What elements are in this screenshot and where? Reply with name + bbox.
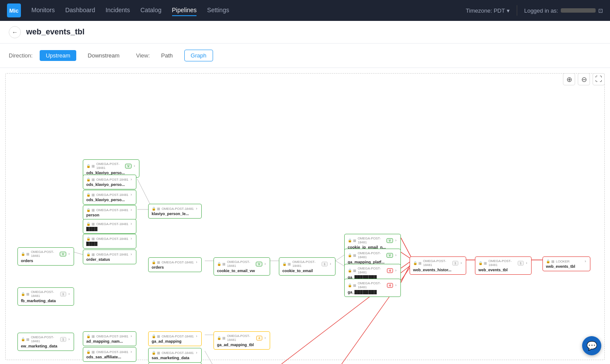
chevron-right-icon[interactable]: › (130, 350, 133, 354)
node-id: OMEGA-POST-18481 (96, 208, 129, 212)
user-icon[interactable]: ⊡ (598, 7, 603, 14)
upstream-button[interactable]: Upstream (40, 50, 76, 61)
chat-bubble[interactable]: 💬 (582, 336, 601, 355)
pipeline-node[interactable]: 🔒 ▦ OMEGA-POST-18481 › orders (148, 257, 202, 272)
lock-icon: 🔒 (21, 292, 25, 296)
pipeline-node[interactable]: 🔒 ▦ OMEGA-POST-18481 › sas_marketing_dat… (148, 348, 202, 363)
pipeline-node[interactable]: 🔒 ▦ LOOKER › web_events_tbl (542, 256, 590, 271)
node-name: ew_marketing_data (21, 344, 71, 348)
node-id: OMEGA-POST-18481 (227, 334, 255, 342)
node-name: ods_klaviyo_perso... (86, 182, 133, 187)
pipeline-node[interactable]: 🔒 ▦ OMEGA-POST-18481 › ods_klaviyo_perso… (83, 190, 136, 205)
chevron-right-icon[interactable]: › (394, 253, 397, 257)
app-logo[interactable]: Mic (7, 3, 21, 17)
pipeline-node[interactable]: 🔒 ▦ OMEGA-POST-18481 V › orders (17, 247, 74, 266)
table-icon: ▦ (288, 262, 291, 266)
pipeline-node[interactable]: 🔒 ▦ OMEGA-POST-18481 › sas_partner_fune.… (148, 362, 202, 364)
zoom-in-button[interactable]: ⊕ (563, 73, 575, 85)
chevron-right-icon[interactable]: › (130, 192, 133, 197)
lock-icon: 🔒 (282, 262, 287, 266)
pipeline-node[interactable]: 🔒 ▦ OMEGA-POST-18481 1 › ew_marketing_da… (17, 333, 74, 351)
pipeline-node[interactable]: 🔒 ▦ OMEGA-POST-18481 › klaviyo_person_le… (148, 204, 202, 219)
chevron-right-icon[interactable]: › (133, 164, 136, 168)
pipeline-node[interactable]: 🔒 ▦ OMEGA-POST-18481 › ods_sas_affiliate… (83, 347, 136, 362)
nav-catalog[interactable]: Catalog (140, 5, 161, 16)
pipeline-node[interactable]: 🔒 ▦ OMEGA-POST-18481 › ████ (83, 219, 136, 234)
chevron-right-icon[interactable]: › (68, 337, 71, 341)
downstream-button[interactable]: Downstream (81, 50, 125, 61)
chevron-right-icon[interactable]: › (68, 292, 71, 296)
node-badge: 1 (60, 292, 66, 297)
nav-pipelines[interactable]: Pipelines (172, 5, 197, 16)
chevron-right-icon[interactable]: › (130, 208, 133, 212)
node-id: OMEGA-POST-18481 (162, 334, 194, 338)
chevron-right-icon[interactable]: › (68, 252, 71, 256)
node-name: ████ (86, 242, 133, 246)
pipeline-node[interactable]: 🔒 ▦ OMEGA-POST-18481 V › cookie_to_email… (214, 257, 270, 276)
pipeline-node[interactable]: 🔒 ▦ OMEGA-POST-18481 › ga_ad_mapping (148, 331, 202, 346)
chevron-right-icon[interactable]: › (394, 238, 397, 243)
nav-dashboard[interactable]: Dashboard (65, 5, 95, 16)
pipeline-node[interactable]: 🔒 ▦ OMEGA-POST-18481 1 › cookie_to_email (279, 257, 336, 276)
node-id: OMEGA-POST-18481 (488, 259, 516, 267)
lock-icon: 🔒 (348, 253, 352, 257)
chevron-right-icon[interactable]: › (394, 268, 397, 273)
chevron-right-icon[interactable]: › (195, 260, 198, 264)
table-icon: ▦ (157, 334, 160, 338)
node-name: web_events_tbl (478, 268, 528, 272)
chevron-right-icon[interactable]: › (195, 206, 198, 211)
node-name: orders (152, 265, 198, 270)
lock-icon: 🔒 (86, 193, 91, 197)
pipeline-node[interactable]: 🔒 ▦ OMEGA-POST-18481 › order_status (83, 249, 136, 264)
chevron-right-icon[interactable]: › (130, 222, 133, 226)
back-button[interactable]: ← (9, 26, 21, 38)
chevron-right-icon[interactable]: › (264, 262, 267, 266)
chevron-right-icon[interactable]: › (264, 336, 267, 340)
node-id: OMEGA-POST-18481 (96, 222, 129, 226)
chevron-right-icon[interactable]: › (394, 283, 397, 287)
path-button[interactable]: Path (155, 50, 179, 61)
pipeline-node[interactable]: 🔒 ▦ OMEGA-POST-18481 › ████ (83, 234, 136, 249)
nav-settings[interactable]: Settings (207, 5, 229, 16)
pipeline-node[interactable]: 🔒 ▦ OMEGA-POST-18481 › ad_mapping_nam... (83, 331, 136, 346)
chevron-right-icon[interactable]: › (130, 236, 133, 241)
lock-icon: 🔒 (86, 178, 91, 182)
node-badge: V (125, 164, 132, 169)
chevron-right-icon[interactable]: › (195, 334, 198, 338)
pipeline-node[interactable]: 🔒 ▦ OMEGA-POST-18481 › ods_klaviyo_perso… (83, 175, 136, 189)
pipeline-node[interactable]: 🔒 ▦ OMEGA-POST-18481 1 › web_events_tbl (475, 256, 532, 275)
node-id: OMEGA-POST-18481 (96, 193, 129, 197)
view-label: View: (136, 52, 150, 59)
timezone-selector[interactable]: Timezone: PDT ▾ (466, 7, 510, 14)
node-id: OMEGA-POST-18481 (96, 178, 129, 182)
graph-button[interactable]: Graph (184, 50, 213, 61)
table-icon: ▦ (26, 252, 30, 256)
lock-icon: 🔒 (413, 261, 417, 265)
pipeline-node[interactable]: 🔒 ▦ OMEGA-POST-18481 4 › ga_████████ (344, 279, 401, 297)
nav-incidents[interactable]: Incidents (105, 5, 130, 16)
fit-button[interactable]: ⛶ (593, 73, 605, 85)
table-icon: ▦ (353, 253, 356, 257)
zoom-out-button[interactable]: ⊖ (578, 73, 590, 85)
chevron-right-icon[interactable]: › (525, 261, 528, 265)
node-id: OMEGA-POST-18481 (227, 260, 254, 268)
table-icon: ▦ (418, 261, 422, 265)
chevron-right-icon[interactable]: › (130, 334, 133, 338)
chevron-right-icon[interactable]: › (195, 351, 198, 355)
svg-line-16 (205, 351, 217, 364)
chevron-right-icon[interactable]: › (460, 261, 463, 265)
pipeline-node[interactable]: 🔒 ▦ OMEGA-POST-18481 1 › web_events_hist… (410, 256, 466, 275)
table-icon: ▦ (484, 261, 487, 265)
chevron-right-icon[interactable]: › (329, 262, 332, 266)
node-id: LOOKER (556, 260, 583, 263)
nav-monitors[interactable]: Monitors (31, 5, 55, 16)
pipeline-node[interactable]: 🔒 ▦ OMEGA-POST-18481 1 › fb_marketing_da… (17, 287, 74, 306)
chevron-right-icon[interactable]: › (130, 177, 133, 182)
node-badge: V (386, 253, 393, 258)
chevron-right-icon[interactable]: › (584, 259, 587, 263)
pipeline-node[interactable]: 🔒 ▦ OMEGA-POST-18481 4 › ga_ad_mapping_t… (214, 331, 270, 350)
nav-items: Monitors Dashboard Incidents Catalog Pip… (31, 5, 455, 16)
node-id: OMEGA-POST-18481 (162, 260, 194, 264)
pipeline-node[interactable]: 🔒 ▦ OMEGA-POST-18481 › person (83, 205, 136, 220)
chevron-right-icon[interactable]: › (130, 252, 133, 256)
